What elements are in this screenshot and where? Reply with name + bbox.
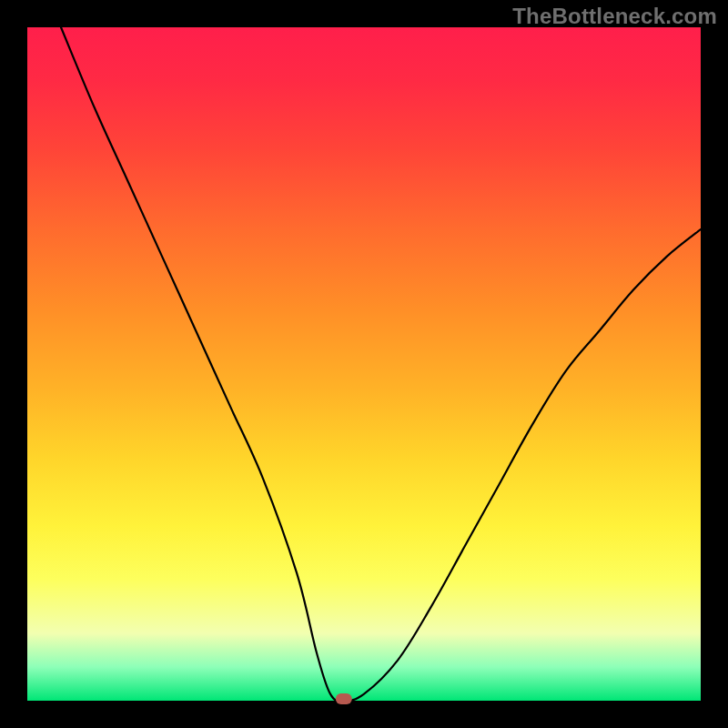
bottleneck-curve [61,27,701,701]
plot-svg [27,27,701,701]
chart-frame: TheBottleneck.com [0,0,728,728]
minimum-marker [336,693,352,704]
plot-area [27,27,701,701]
watermark-text: TheBottleneck.com [512,4,717,29]
